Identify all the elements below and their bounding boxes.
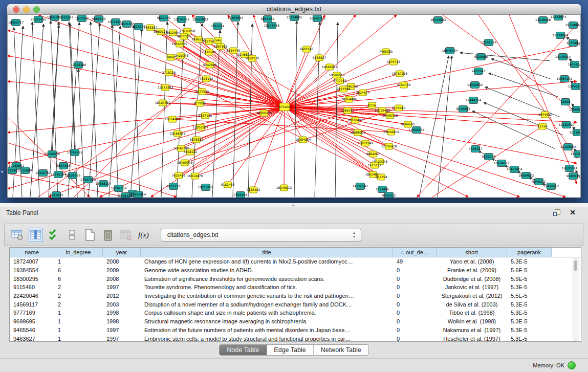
table-cell[interactable]: Jankovic et al. (1997) <box>437 284 507 290</box>
table-cell[interactable]: Dudbridge et al. (2008) <box>437 276 507 282</box>
network-node[interactable]: 9463627 <box>313 55 326 61</box>
network-node[interactable]: 16055717 <box>8 19 24 26</box>
table-cell[interactable]: 0 <box>393 293 437 299</box>
table-cell[interactable]: 0 <box>393 301 437 308</box>
network-node[interactable]: 1414854 <box>568 61 580 68</box>
network-node[interactable]: 7635404 <box>234 192 248 198</box>
network-node[interactable]: 12774504 <box>553 32 569 39</box>
network-node[interactable]: 12213974 <box>551 15 567 20</box>
network-node[interactable]: 16107552 <box>155 100 171 106</box>
table-cell[interactable]: 1 <box>54 336 103 342</box>
network-node[interactable]: 20206576 <box>45 151 60 158</box>
network-node[interactable]: 15998 <box>560 99 570 105</box>
table-cell[interactable]: 9777169 <box>10 310 54 316</box>
column-header-title[interactable]: title <box>141 248 393 257</box>
table-cell[interactable]: Genome-wide association studies in ADHD. <box>141 267 393 273</box>
minimize-traffic-light[interactable] <box>23 6 30 13</box>
table-cell[interactable]: 2 <box>54 284 103 290</box>
network-node[interactable]: 1733426 <box>376 186 389 193</box>
table-cell[interactable]: 1998 <box>103 318 141 324</box>
table-cell[interactable]: 1 <box>54 310 103 316</box>
network-node[interactable]: 18807249 <box>358 140 374 146</box>
table-cell[interactable]: 19384554 <box>10 267 54 273</box>
network-node[interactable]: 16053603 <box>192 16 208 23</box>
network-node[interactable]: 16654985 <box>165 116 181 122</box>
table-cell[interactable]: 1997 <box>103 336 141 342</box>
network-node[interactable]: 10688609 <box>350 129 366 136</box>
network-node[interactable]: 19716485 <box>198 184 214 191</box>
table-cell[interactable]: 1 <box>54 318 103 324</box>
network-node[interactable]: 9896 <box>167 54 175 60</box>
table-cell[interactable]: 0 <box>393 310 437 316</box>
network-node[interactable]: 9245012 <box>382 192 396 198</box>
network-node[interactable]: 12160 <box>537 123 547 129</box>
table-cell[interactable]: 5.3E-5 <box>507 284 552 290</box>
table-cell[interactable]: 5.6E-5 <box>507 267 552 273</box>
network-node[interactable]: 11145194 <box>51 171 67 178</box>
network-node[interactable]: 12342757 <box>35 170 51 177</box>
column-header-name[interactable]: name <box>10 248 54 257</box>
network-node[interactable]: 10655287 <box>58 15 74 21</box>
table-cell[interactable]: 0 <box>393 327 437 333</box>
network-node[interactable]: 8215953 <box>456 106 470 113</box>
table-cell[interactable]: Nakamura et al. (1997) <box>437 327 507 333</box>
network-node[interactable]: 16866160 <box>310 15 325 22</box>
network-node[interactable]: 12103054 <box>571 151 580 158</box>
network-node[interactable]: 14136141 <box>353 183 368 190</box>
row-height-icon[interactable] <box>66 228 79 242</box>
network-node[interactable]: 12756928 <box>381 143 397 149</box>
network-node[interactable]: 15724005 <box>287 15 302 21</box>
table-cell[interactable]: Corpus callosum shape and size in male p… <box>141 310 393 316</box>
network-node[interactable]: 15654923 <box>383 129 399 135</box>
network-node[interactable]: 7919447 <box>469 146 483 152</box>
table-cell[interactable]: 2009 <box>103 267 141 273</box>
float-panel-icon[interactable] <box>553 209 560 216</box>
network-node[interactable]: 8813054 <box>261 16 275 23</box>
table-cell[interactable]: 0 <box>393 318 437 324</box>
network-view[interactable]: 1605571720591436106538031065528715276029… <box>7 15 581 198</box>
column-header-year[interactable]: year <box>103 248 141 257</box>
network-node[interactable]: 9857771 <box>167 183 181 190</box>
table-row[interactable]: 946554611997Estimation of the future num… <box>10 326 581 335</box>
network-node[interactable]: 1615152 <box>368 162 382 168</box>
zoom-traffic-light[interactable] <box>33 6 40 13</box>
table-cell[interactable]: 5.9E-5 <box>507 276 552 282</box>
network-node[interactable]: 15495758 <box>382 113 398 119</box>
table-row[interactable]: 1872400712008Changes of HCN gene express… <box>10 257 581 266</box>
column-header-in_degree[interactable]: in_degree <box>54 248 103 257</box>
table-selector-dropdown[interactable]: citations_edges.txt ▲▼ <box>161 229 361 242</box>
table-cell[interactable]: 5.3E-5 <box>507 258 552 265</box>
table-cell[interactable]: de Silva et al. (2003) <box>437 301 507 308</box>
network-node[interactable]: 16914479 <box>187 173 203 179</box>
tab-node-table[interactable]: Node Table <box>220 345 267 355</box>
network-node[interactable]: 7485083 <box>379 49 393 55</box>
network-node[interactable]: 9154749 <box>397 82 411 88</box>
network-node[interactable]: 10196862 <box>174 16 190 23</box>
tab-edge-table[interactable]: Edge Table <box>267 345 313 355</box>
delete-icon[interactable] <box>101 228 115 242</box>
network-node[interactable]: 2367608 <box>214 43 228 50</box>
table-cell[interactable]: Tibbo et al. (1998) <box>437 310 507 316</box>
table-cell[interactable]: 1 <box>54 327 103 333</box>
table-row[interactable]: 946362711997Embryonic stem cells: a mode… <box>10 334 581 342</box>
network-node[interactable]: 14409154 <box>409 127 425 134</box>
table-cell[interactable]: 14569117 <box>10 301 54 308</box>
table-cell[interactable]: Estimation of significance thresholds fo… <box>141 276 393 282</box>
table-cell[interactable]: 5.3E-5 <box>507 327 552 333</box>
network-node[interactable]: 12103054 <box>560 144 576 150</box>
table-cell[interactable]: 1997 <box>103 284 141 290</box>
network-node[interactable]: 18757168 <box>392 71 408 77</box>
table-cell[interactable]: Estimation of the future numbers of pati… <box>141 327 393 333</box>
network-node[interactable]: 16958107 <box>96 181 112 187</box>
table-cell[interactable]: 5.5E-5 <box>507 293 552 299</box>
network-node[interactable]: 12353584 <box>193 124 209 130</box>
network-node[interactable]: 7625402 <box>172 172 186 179</box>
network-node[interactable]: 9897588 <box>57 163 71 169</box>
table-cell[interactable]: 0 <box>393 336 437 342</box>
table-row[interactable]: 977716911998Corpus callosum shape and si… <box>10 309 581 317</box>
table-cell[interactable]: 5.3E-5 <box>507 301 552 308</box>
network-node[interactable]: 19734934 <box>565 22 580 29</box>
network-node[interactable]: 9245012 <box>567 173 580 180</box>
network-node[interactable]: 817008 <box>194 100 206 106</box>
network-node[interactable]: 1527602 <box>75 15 89 22</box>
